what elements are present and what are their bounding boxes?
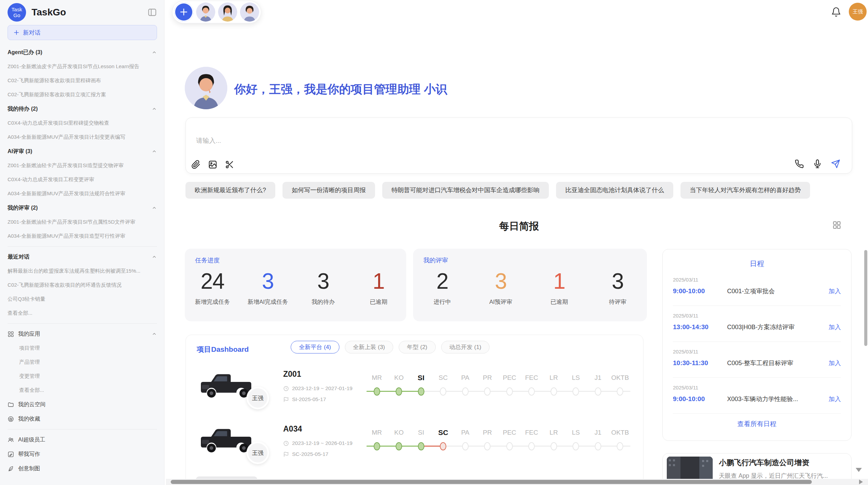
sidebar-item[interactable]: C02-飞腾新能源轻客改款项目里程碑画布 (8, 74, 157, 88)
sidebar-item-ai-staff[interactable]: AI超级员工 (8, 433, 157, 447)
join-link[interactable]: 加入 (829, 395, 841, 403)
schedule-item: 2025/03/11 9:00-10:00 X003-车辆动力学性能验... 加… (673, 378, 841, 414)
horizontal-scrollbar[interactable] (171, 480, 812, 484)
favorites-icon (8, 416, 14, 422)
image-icon[interactable] (208, 160, 217, 169)
join-link[interactable]: 加入 (829, 287, 841, 295)
section-agent-done[interactable]: Agent已办 (3) (8, 45, 157, 60)
user-avatar[interactable]: 王强 (849, 3, 867, 21)
divider (8, 323, 157, 324)
milestone-dot (528, 442, 535, 450)
logo-text-top: Task (12, 7, 22, 12)
milestone-dot (396, 442, 402, 450)
milestone-label: FEC (521, 428, 543, 437)
recent-chat-item[interactable]: C02-飞腾新能源轻客改款项目的闭环通告反馈情况 (8, 278, 157, 292)
recent-chat-item[interactable]: 解释最新出台的欧盟报废车法规再生塑料比例被调至15%... (8, 264, 157, 278)
milestone-dot (528, 387, 535, 396)
flag-text: SI-2025-05-17 (292, 396, 326, 402)
view-all-chats[interactable]: 查看全部... (8, 306, 157, 320)
suggestion-chip[interactable]: 如何写一份清晰的项目周报 (282, 182, 375, 199)
sidebar-item[interactable]: A034-全新新能源MUV产品开发项目计划变更表编写 (8, 130, 157, 144)
app-item-label: 项目管理 (19, 345, 40, 351)
chat-input[interactable] (196, 137, 539, 145)
sidebar-item-drawing[interactable]: 创意制图 (8, 461, 157, 476)
milestone-dot (617, 387, 623, 396)
sidebar-item-my-apps[interactable]: 我的应用 (8, 327, 157, 341)
schedule-date: 2025/03/11 (673, 313, 841, 319)
new-chat-button[interactable]: 新对话 (8, 25, 157, 40)
session-avatar-3[interactable] (240, 2, 259, 22)
project-code: Z001 (283, 370, 301, 379)
sidebar-item[interactable]: Z001-全新燃油轻卡产品开发项目SI节点属性5D文件评审 (8, 215, 157, 229)
view-all-apps[interactable]: 查看全部... (8, 383, 157, 397)
suggestion-chip[interactable]: 欧洲新规最近颁布了什么? (185, 182, 275, 199)
send-icon[interactable] (831, 159, 840, 169)
user-name: 王强 (853, 9, 863, 15)
sidebar-item-label: A034-全新新能源MUV产品开发项目计划变更表编写 (8, 134, 125, 140)
scissors-icon[interactable] (225, 160, 234, 169)
vertical-scrollbar[interactable] (864, 250, 867, 346)
milestone-label: SI (410, 428, 432, 437)
app-item-project-mgmt[interactable]: 项目管理 (8, 341, 157, 355)
suggestion-chip[interactable]: 当下年轻人对汽车外观有怎样的喜好趋势 (680, 182, 810, 199)
recent-chat-item[interactable]: 公司Q3轻卡销量 (8, 292, 157, 306)
stat-label: AI预评审 (472, 298, 530, 306)
app-item-product-mgmt[interactable]: 产品管理 (8, 355, 157, 369)
join-link[interactable]: 加入 (829, 359, 841, 367)
project-code: A034 (283, 424, 302, 434)
sidebar-item[interactable]: Z001-全新燃油轻卡产品开发项目SI造型提交物评审 (8, 159, 157, 173)
scroll-right-arrow[interactable] (859, 480, 863, 484)
chevron-up-icon (152, 205, 157, 211)
bell-icon[interactable] (831, 7, 841, 17)
app-item-change-mgmt[interactable]: 变更管理 (8, 369, 157, 383)
schedule-title: 日程 (663, 249, 851, 270)
sidebar-item-writing[interactable]: 帮我写作 (8, 447, 157, 461)
milestone-dot (374, 387, 380, 396)
tab-model-year[interactable]: 年型 (2) (399, 341, 436, 353)
sidebar-item[interactable]: C0X4-动力总成开发项目工程变更评审 (8, 173, 157, 187)
section-title: AI评审 (3) (8, 148, 32, 155)
stat-value: 3 (472, 269, 530, 294)
suggestion-chip[interactable]: 特朗普可能对进口汽车增税会对中国车企造成哪些影响 (382, 182, 549, 199)
new-session-button[interactable] (174, 2, 193, 22)
tab-new-body[interactable]: 全新上装 (3) (345, 341, 394, 353)
tab-new-platform[interactable]: 全新平台 (4) (291, 341, 339, 353)
scroll-down-arrow[interactable] (856, 468, 862, 472)
join-link[interactable]: 加入 (829, 323, 841, 331)
sidebar-item-label: Z001-全新燃油轻卡产品开发项目SI造型提交物评审 (8, 162, 123, 169)
new-chat-label: 新对话 (23, 29, 40, 37)
milestone-label: PA (454, 373, 477, 383)
milestone-label: KO (388, 428, 410, 437)
sidebar-item[interactable]: A034-全新新能源MUV产品开发项目造型可行性评审 (8, 229, 157, 243)
assistant-avatar (185, 67, 227, 109)
schedule-item: 2025/03/11 9:00-10:00 C001-立项审批会 加入 (673, 270, 841, 306)
chevron-up-icon (152, 254, 157, 260)
project-row[interactable]: 王强 Z001 2023-12-19 ~ 2027-01-19 SI-2025-… (186, 363, 643, 420)
layout-grid-icon[interactable] (832, 221, 841, 229)
sidebar-collapse-icon[interactable] (147, 8, 157, 17)
sidebar-item[interactable]: C0X4-动力总成开发项目SI里程碑提交物检查 (8, 116, 157, 130)
phone-icon[interactable] (795, 159, 804, 169)
chevron-up-icon (152, 331, 157, 337)
sidebar-item-label: A034-全新新能源MUV产品开发项目法规符合性评审 (8, 190, 125, 197)
section-ai-review[interactable]: AI评审 (3) (8, 144, 157, 159)
sidebar-item[interactable]: C02-飞腾新能源轻客改款项目立项汇报方案 (8, 88, 157, 102)
paperclip-icon[interactable] (191, 160, 201, 169)
session-avatar-2[interactable] (218, 2, 237, 22)
tab-powertrain[interactable]: 动总开发 (1) (441, 341, 490, 353)
writing-icon (8, 451, 14, 458)
sidebar-item[interactable]: Z001-全新燃油皮卡产品开发项目SI节点Lesson Learn报告 (8, 60, 157, 74)
sidebar-item-cloud-space[interactable]: 我的云空间 (8, 397, 157, 412)
project-row[interactable]: 王强 A034 2023-12-19 ~ 2026-01-19 SC-2025-… (186, 418, 643, 475)
section-recent-chats[interactable]: 最近对话 (8, 250, 157, 264)
section-my-review[interactable]: 我的评审 (2) (8, 201, 157, 215)
schedule-date: 2025/03/11 (673, 277, 841, 283)
schedule-event-title: X003-车辆动力学性能验... (727, 395, 829, 403)
sidebar-item-favorites[interactable]: 我的收藏 (8, 412, 157, 426)
view-all-schedule-link[interactable]: 查看所有日程 (663, 414, 851, 428)
suggestion-chip[interactable]: 比亚迪全固态电池计划具体说了什么 (556, 182, 673, 199)
session-avatar-1[interactable] (196, 2, 215, 22)
sidebar-item[interactable]: A034-全新新能源MUV产品开发项目法规符合性评审 (8, 187, 157, 201)
section-my-todo[interactable]: 我的待办 (2) (8, 102, 157, 116)
mic-icon[interactable] (813, 159, 822, 169)
